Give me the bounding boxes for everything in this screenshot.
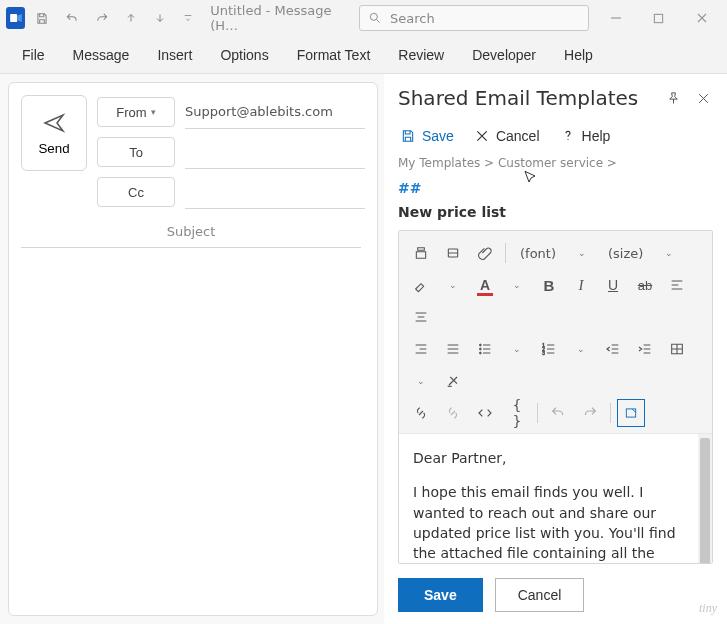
body-greeting: Dear Partner, [413,448,694,468]
tab-developer[interactable]: Developer [458,39,550,71]
from-button[interactable]: From ▾ [97,97,175,127]
font-select[interactable]: (font) [512,239,564,267]
strikethrough-icon[interactable]: ab [631,271,659,299]
panel-cancel-button[interactable]: Cancel [472,126,542,146]
align-right-icon[interactable] [407,335,435,363]
compose-pane: Send From ▾ Support@ablebits.com To [8,82,378,616]
subject-placeholder: Subject [167,224,216,239]
to-field[interactable] [185,135,365,169]
to-button[interactable]: To [97,137,175,167]
send-label: Send [38,141,69,156]
save-qat-button[interactable] [29,5,55,31]
tab-help[interactable]: Help [550,39,607,71]
cc-label: Cc [128,185,144,200]
chevron-down-icon: ▾ [151,107,156,117]
indent-decrease-icon[interactable] [599,335,627,363]
cancel-secondary-button[interactable]: Cancel [495,578,585,612]
svg-point-4 [479,348,481,350]
highlight-chevron-icon[interactable]: ⌄ [439,271,467,299]
tab-insert[interactable]: Insert [143,39,206,71]
window-title: Untitled - Message (H… [210,3,345,33]
search-box[interactable]: Search [359,5,589,31]
svg-point-3 [479,344,481,346]
indent-increase-icon[interactable] [631,335,659,363]
up-qat-button[interactable] [119,5,143,31]
braces-icon[interactable]: { } [503,399,531,427]
panel-title: Shared Email Templates [398,86,638,110]
subject-field[interactable]: Subject [21,224,361,248]
font-chevron-icon[interactable]: ⌄ [568,239,596,267]
svg-rect-0 [10,14,17,22]
panel-save-button[interactable]: Save [398,126,456,146]
clear-format-icon[interactable] [439,367,467,395]
tab-file[interactable]: File [8,39,59,71]
align-justify-icon[interactable] [439,335,467,363]
bold-icon[interactable]: B [535,271,563,299]
cc-field[interactable] [185,175,365,209]
send-button[interactable]: Send [21,95,87,171]
bullet-list-icon[interactable] [471,335,499,363]
svg-rect-9 [626,409,635,417]
highlight-color-icon[interactable] [407,271,435,299]
code-icon[interactable] [471,399,499,427]
hash-marker: ## [398,180,713,196]
close-panel-icon[interactable] [693,88,713,108]
from-value: Support@ablebits.com [185,104,333,119]
table-icon[interactable] [663,335,691,363]
number-list-icon[interactable]: 123 [535,335,563,363]
to-label: To [129,145,143,160]
unlink-icon[interactable] [439,399,467,427]
maximize-button[interactable] [640,0,679,36]
pin-icon[interactable] [663,88,683,108]
tab-review[interactable]: Review [384,39,458,71]
editor-body[interactable]: Dear Partner, I hope this email finds yo… [399,434,712,563]
number-list-chevron-icon[interactable]: ⌄ [567,335,595,363]
align-center-icon[interactable] [407,303,435,331]
font-color-icon[interactable]: A [471,271,499,299]
font-color-chevron-icon[interactable]: ⌄ [503,271,531,299]
body-paragraph-1: I hope this email finds you well. I want… [413,482,694,563]
align-left-icon[interactable] [663,271,691,299]
html-mode-icon[interactable] [617,399,645,427]
outlook-app-icon [6,7,25,29]
attachment-icon[interactable] [471,239,499,267]
size-chevron-icon[interactable]: ⌄ [655,239,683,267]
italic-icon[interactable]: I [567,271,595,299]
templates-panel: Shared Email Templates Save Cancel Help … [384,74,727,624]
editor-toolbar: (font) ⌄ (size) ⌄ ⌄ A ⌄ B I U ab [399,231,712,434]
rich-text-editor: (font) ⌄ (size) ⌄ ⌄ A ⌄ B I U ab [398,230,713,564]
ribbon-tabs: File Message Insert Options Format Text … [0,36,727,74]
editor-scrollbar[interactable] [698,434,712,563]
table-chevron-icon[interactable]: ⌄ [407,367,435,395]
template-name[interactable]: New price list [398,204,713,220]
from-field[interactable]: Support@ablebits.com [185,95,365,129]
size-select[interactable]: (size) [600,239,651,267]
minimize-button[interactable] [597,0,636,36]
save-primary-button[interactable]: Save [398,578,483,612]
svg-rect-2 [655,14,663,22]
svg-point-1 [370,13,377,20]
redo-qat-button[interactable] [89,5,115,31]
underline-icon[interactable]: U [599,271,627,299]
search-placeholder: Search [390,11,435,26]
dataset-icon[interactable] [439,239,467,267]
tab-options[interactable]: Options [206,39,282,71]
tab-format-text[interactable]: Format Text [283,39,385,71]
bullet-list-chevron-icon[interactable]: ⌄ [503,335,531,363]
link-icon[interactable] [407,399,435,427]
redo-icon[interactable] [576,399,604,427]
undo-icon[interactable] [544,399,572,427]
panel-help-button[interactable]: Help [558,126,613,146]
window-titlebar: Untitled - Message (H… Search [0,0,727,36]
from-label: From [116,105,146,120]
undo-qat-button[interactable] [59,5,85,31]
breadcrumb[interactable]: My Templates > Customer service > [398,156,713,170]
cc-button[interactable]: Cc [97,177,175,207]
qat-more-button[interactable] [176,5,200,31]
scrollbar-thumb[interactable] [700,438,710,563]
tab-message[interactable]: Message [59,39,144,71]
close-button[interactable] [682,0,721,36]
down-qat-button[interactable] [148,5,172,31]
panel-help-label: Help [582,128,611,144]
insert-macro-icon[interactable] [407,239,435,267]
